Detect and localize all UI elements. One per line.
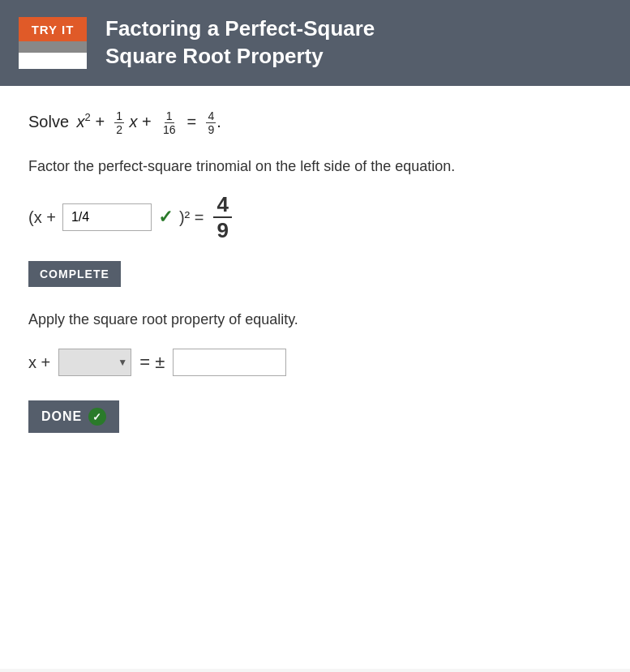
input-row-2: x + 1/4 1/2 ▼ = ± (28, 349, 602, 376)
badge-white (19, 53, 87, 69)
equation: x2 + 12 x + 116 = 49. (77, 110, 221, 135)
done-check-icon: ✓ (88, 408, 106, 426)
badge-bottom (19, 41, 87, 53)
badge-label: TRY IT (32, 23, 75, 36)
header: TRY IT Factoring a Perfect-Square Square… (0, 0, 630, 86)
value-select[interactable]: 1/4 1/2 (58, 349, 131, 376)
result-fraction: 4 9 (213, 194, 231, 241)
input1-suffix: )² = (179, 208, 204, 227)
try-it-badge: TRY IT (16, 15, 89, 71)
checkmark-icon: ✓ (158, 207, 173, 228)
instruction-1: Factor the perfect-square trinomial on t… (28, 156, 602, 178)
done-label: DONE (41, 409, 82, 424)
equals-pm: = ± (139, 352, 165, 373)
instruction-2: Apply the square root property of equali… (28, 311, 602, 328)
header-title: Factoring a Perfect-Square Square Root P… (105, 15, 375, 71)
badge-top: TRY IT (19, 17, 87, 41)
apply-prefix: x + (28, 353, 50, 372)
input1-prefix: (x + (28, 208, 56, 227)
problem-statement: Solve x2 + 12 x + 116 = 49. (28, 110, 602, 135)
complete-button[interactable]: COMPLETE (28, 261, 121, 287)
result-input[interactable] (173, 349, 286, 376)
main-content: Solve x2 + 12 x + 116 = 49. Factor the p… (0, 86, 630, 669)
solve-word: Solve (28, 113, 74, 131)
input-row-1: (x + ✓ )² = 4 9 (28, 194, 602, 241)
select-wrapper[interactable]: 1/4 1/2 ▼ (58, 349, 131, 376)
done-button[interactable]: DONE ✓ (28, 400, 119, 433)
trinomial-input[interactable] (62, 203, 152, 231)
